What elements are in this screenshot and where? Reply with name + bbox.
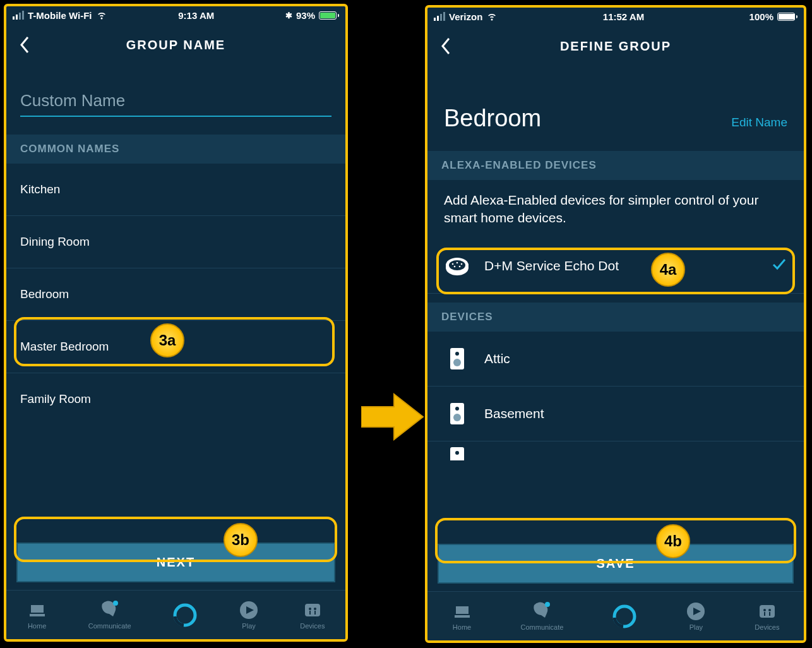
svg-point-13: [457, 261, 458, 263]
svg-point-5: [314, 608, 316, 610]
battery-icon: [319, 11, 339, 20]
list-item[interactable]: Dining Room: [6, 216, 345, 268]
status-bar: Verizon 11:52 AM 100%: [427, 8, 804, 25]
battery-pct: 93%: [296, 10, 315, 21]
svg-point-4: [309, 608, 311, 610]
svg-point-16: [459, 265, 461, 267]
tab-play[interactable]: Play: [686, 601, 706, 631]
tab-label: Communicate: [521, 623, 564, 631]
check-icon: [771, 256, 787, 275]
device-row[interactable]: Attic: [427, 332, 804, 387]
tab-label: Play: [690, 623, 703, 631]
device-name: Basement: [484, 406, 787, 421]
svg-point-29: [763, 609, 766, 611]
svg-point-15: [454, 265, 456, 267]
alexa-help-text: Add Alexa-Enabled devices for simpler co…: [427, 180, 804, 239]
svg-point-25: [545, 602, 550, 607]
tab-label: Home: [453, 623, 471, 631]
tab-alexa[interactable]: [172, 603, 198, 628]
svg-point-21: [455, 407, 459, 411]
tab-communicate[interactable]: Communicate: [521, 601, 564, 631]
tab-devices[interactable]: Devices: [755, 601, 779, 631]
battery-icon: [777, 13, 797, 21]
next-button[interactable]: NEXT: [16, 543, 335, 582]
tab-alexa[interactable]: [612, 604, 637, 629]
group-name: Bedroom: [444, 105, 541, 132]
list-item[interactable]: Family Room: [6, 373, 345, 425]
custom-name-field[interactable]: [20, 91, 331, 117]
tab-home[interactable]: Home: [27, 600, 47, 630]
tab-devices[interactable]: Devices: [300, 600, 325, 630]
tab-label: Devices: [755, 623, 779, 631]
tab-bar: Home Communicate Play Devices: [427, 591, 804, 640]
svg-point-22: [453, 414, 461, 421]
svg-rect-31: [764, 612, 765, 616]
tab-home[interactable]: Home: [452, 601, 472, 631]
tab-label: Play: [242, 622, 255, 630]
svg-rect-6: [309, 611, 311, 615]
device-name: Attic: [484, 351, 787, 366]
list-item-bedroom[interactable]: Bedroom: [6, 268, 345, 321]
clock: 11:52 AM: [603, 11, 644, 22]
svg-point-11: [449, 260, 465, 270]
wifi-icon: [96, 9, 107, 22]
back-button[interactable]: [440, 37, 451, 56]
carrier-label: T-Mobile Wi-Fi: [28, 10, 92, 21]
svg-marker-8: [361, 394, 423, 440]
custom-name-input[interactable]: [20, 91, 331, 111]
svg-point-14: [461, 263, 463, 265]
svg-point-18: [455, 352, 459, 356]
device-name: D+M Service Echo Dot: [484, 258, 757, 273]
tab-label: Devices: [300, 622, 325, 630]
tab-label: Communicate: [88, 622, 131, 630]
svg-point-0: [113, 601, 118, 606]
edit-name-link[interactable]: Edit Name: [731, 116, 787, 129]
echo-dot-icon: [444, 253, 470, 279]
section-common-names: COMMON NAMES: [6, 135, 345, 164]
back-button[interactable]: [19, 35, 30, 54]
speaker-icon: [444, 400, 470, 427]
speaker-icon: [444, 445, 470, 460]
wifi-icon: [486, 10, 498, 23]
device-row-partial[interactable]: [427, 441, 804, 460]
svg-point-12: [452, 263, 454, 265]
signal-icon: [13, 11, 24, 20]
phone-define-group: Verizon 11:52 AM 100% DEFINE GROUP Bedro…: [425, 5, 806, 643]
phone-group-name: T-Mobile Wi-Fi 9:13 AM ✱ 93% GROUP NAME …: [4, 4, 348, 642]
bluetooth-icon: ✱: [285, 11, 292, 20]
page-title: GROUP NAME: [126, 38, 225, 52]
next-button-wrap: NEXT: [6, 536, 345, 590]
device-row[interactable]: Basement: [427, 387, 804, 441]
section-alexa-devices: ALEXA-ENABLED DEVICES: [427, 151, 804, 180]
clock: 9:13 AM: [178, 10, 214, 21]
signal-icon: [434, 12, 445, 21]
list-item[interactable]: Master Bedroom: [6, 321, 345, 373]
svg-point-30: [768, 609, 771, 611]
list-item[interactable]: Kitchen: [6, 164, 345, 216]
page-title: DEFINE GROUP: [560, 39, 671, 54]
svg-point-24: [455, 451, 459, 455]
tab-label: Home: [28, 622, 46, 630]
nav-header: DEFINE GROUP: [427, 25, 804, 67]
tab-play[interactable]: Play: [239, 600, 259, 630]
speaker-icon: [444, 345, 470, 372]
section-devices: DEVICES: [427, 303, 804, 332]
svg-point-19: [453, 359, 461, 366]
arrow-icon: [361, 392, 424, 442]
save-button[interactable]: SAVE: [438, 544, 794, 584]
alexa-device-row[interactable]: D+M Service Echo Dot: [427, 239, 804, 294]
svg-rect-7: [314, 611, 316, 615]
battery-pct: 100%: [749, 11, 773, 22]
tab-communicate[interactable]: Communicate: [88, 600, 131, 630]
nav-header: GROUP NAME: [6, 24, 345, 66]
common-names-list: Kitchen Dining Room Bedroom Master Bedro…: [6, 164, 345, 536]
carrier-label: Verizon: [449, 11, 482, 22]
save-button-wrap: SAVE: [427, 537, 804, 591]
status-bar: T-Mobile Wi-Fi 9:13 AM ✱ 93%: [6, 6, 345, 24]
svg-rect-32: [769, 612, 770, 616]
tab-bar: Home Communicate Play Devices: [6, 590, 345, 639]
group-title-row: Bedroom Edit Name: [427, 67, 804, 151]
